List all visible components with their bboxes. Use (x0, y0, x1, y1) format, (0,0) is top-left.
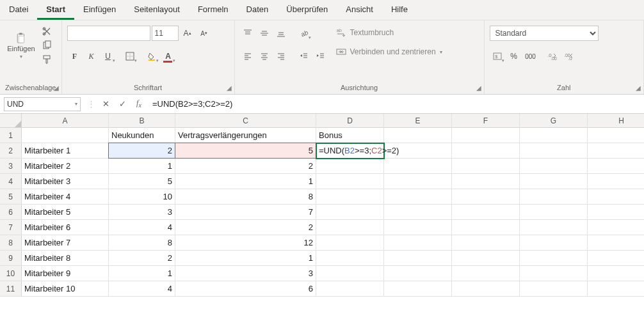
bold-button[interactable]: F (67, 49, 83, 64)
tab-start[interactable]: Start (37, 0, 74, 20)
cell[interactable]: Mitarbeiter 1 (22, 143, 109, 159)
cell[interactable]: 1 (175, 251, 316, 266)
cell[interactable] (520, 251, 588, 266)
cell[interactable] (384, 251, 452, 266)
number-format-select[interactable]: Standard (490, 26, 599, 41)
formula-input[interactable] (147, 97, 644, 111)
cell[interactable] (384, 235, 452, 251)
cell[interactable]: Vertragsverlängerungen (175, 128, 316, 143)
cell[interactable] (316, 220, 384, 235)
col-header[interactable]: E (384, 114, 452, 128)
select-all-corner[interactable] (0, 114, 22, 128)
increase-decimal-button[interactable]: .0.00 (545, 49, 560, 64)
cell[interactable] (384, 189, 452, 205)
font-name-select[interactable] (67, 26, 150, 41)
tab-hilfe[interactable]: Hilfe (382, 0, 417, 20)
cell[interactable] (588, 205, 644, 220)
underline-button[interactable]: U▾ (101, 49, 116, 64)
cell[interactable]: Mitarbeiter 7 (22, 235, 109, 251)
cell[interactable] (588, 174, 644, 189)
cell[interactable] (588, 189, 644, 205)
col-header[interactable]: D (316, 114, 384, 128)
cell[interactable] (316, 189, 384, 205)
cell[interactable]: 5 (109, 174, 175, 189)
cell[interactable]: 2 (109, 143, 175, 159)
col-header[interactable]: A (22, 114, 109, 128)
cell[interactable] (452, 159, 520, 174)
cell[interactable] (588, 235, 644, 251)
col-header[interactable]: G (520, 114, 588, 128)
borders-button[interactable]: ▾ (122, 49, 138, 64)
cell-active[interactable]: =UND(B2>=3;C2>=2) (316, 143, 384, 159)
cell[interactable] (384, 205, 452, 220)
percent-button[interactable]: % (506, 49, 522, 64)
row-header[interactable]: 6 (0, 205, 22, 220)
cell[interactable]: Mitarbeiter 4 (22, 189, 109, 205)
cell[interactable]: 8 (109, 235, 175, 251)
cell[interactable]: 1 (175, 174, 316, 189)
tab-ueberpruefen[interactable]: Überprüfen (277, 0, 337, 20)
cut-icon[interactable] (41, 26, 52, 37)
cell[interactable]: 4 (109, 220, 175, 235)
decrease-indent-button[interactable] (296, 49, 312, 64)
row-header[interactable]: 10 (0, 266, 22, 281)
cell[interactable]: 7 (175, 205, 316, 220)
fill-color-button[interactable]: ▾ (144, 49, 159, 64)
row-header[interactable]: 8 (0, 235, 22, 251)
row-header[interactable]: 2 (0, 143, 22, 159)
decrease-font-button[interactable]: A▾ (197, 26, 212, 41)
orientation-button[interactable]: ab▾ (296, 26, 312, 41)
tab-datei[interactable]: Datei (0, 0, 37, 20)
cell[interactable] (316, 235, 384, 251)
align-top-button[interactable] (240, 26, 255, 41)
increase-indent-button[interactable] (313, 49, 328, 64)
cell[interactable] (316, 251, 384, 266)
cell[interactable] (520, 174, 588, 189)
cell[interactable] (316, 281, 384, 297)
cell[interactable]: 1 (109, 266, 175, 281)
dialog-launcher-icon[interactable]: ◢ (636, 84, 641, 91)
cell[interactable] (452, 128, 520, 143)
row-header[interactable]: 11 (0, 281, 22, 297)
cell[interactable] (384, 174, 452, 189)
cell[interactable]: Mitarbeiter 8 (22, 251, 109, 266)
cell[interactable]: 2 (175, 159, 316, 174)
row-header[interactable]: 1 (0, 128, 22, 143)
cell[interactable] (520, 266, 588, 281)
dialog-launcher-icon[interactable]: ◢ (54, 84, 59, 91)
cell[interactable] (588, 220, 644, 235)
cell[interactable]: 8 (175, 189, 316, 205)
paste-button[interactable]: Einfügen ▾ (5, 23, 37, 69)
col-header[interactable]: F (452, 114, 520, 128)
cell[interactable] (452, 235, 520, 251)
cell[interactable]: Mitarbeiter 6 (22, 220, 109, 235)
cell[interactable]: Neukunden (109, 128, 175, 143)
cell[interactable]: Mitarbeiter 2 (22, 159, 109, 174)
cell[interactable]: 2 (175, 220, 316, 235)
dialog-launcher-icon[interactable]: ◢ (476, 84, 481, 91)
cell[interactable]: Bonus (316, 128, 384, 143)
row-header[interactable]: 9 (0, 251, 22, 266)
col-header[interactable]: H (588, 114, 644, 128)
align-right-button[interactable] (273, 49, 289, 64)
copy-icon[interactable] (41, 40, 52, 51)
tab-ansicht[interactable]: Ansicht (337, 0, 382, 20)
accept-formula-button[interactable]: ✓ (114, 97, 131, 111)
cell[interactable] (384, 128, 452, 143)
cell[interactable] (384, 159, 452, 174)
cell[interactable] (452, 220, 520, 235)
cell[interactable]: 2 (109, 251, 175, 266)
cell[interactable]: 6 (175, 281, 316, 297)
cell[interactable]: 3 (175, 266, 316, 281)
tab-einfuegen[interactable]: Einfügen (74, 0, 125, 20)
comma-style-button[interactable]: 000 (523, 49, 538, 64)
cell[interactable] (520, 205, 588, 220)
increase-font-button[interactable]: A▴ (180, 26, 195, 41)
tab-daten[interactable]: Daten (237, 0, 278, 20)
align-center-button[interactable] (257, 49, 272, 64)
cell[interactable]: Mitarbeiter 3 (22, 174, 109, 189)
cell[interactable] (384, 281, 452, 297)
row-header[interactable]: 4 (0, 174, 22, 189)
cancel-formula-button[interactable]: ✕ (97, 97, 114, 111)
cell[interactable] (452, 266, 520, 281)
